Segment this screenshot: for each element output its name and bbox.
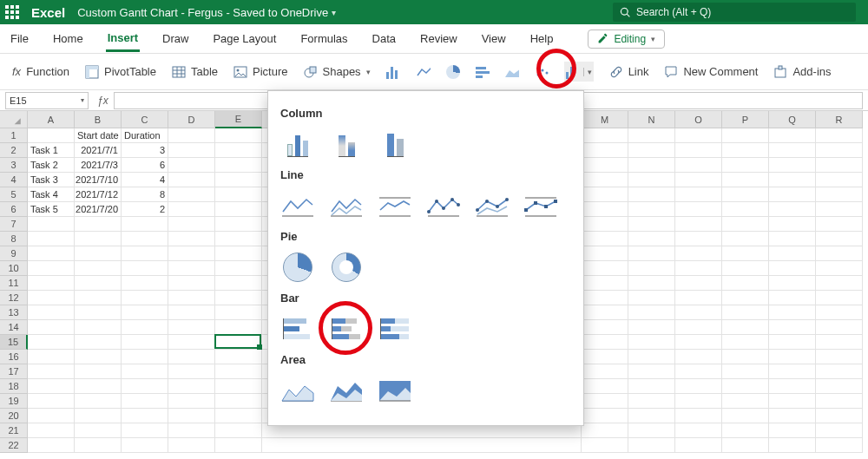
cell-blank[interactable] [582, 261, 628, 276]
cmd-chart-area[interactable] [505, 65, 519, 79]
cell-A15[interactable] [28, 335, 75, 350]
cell-B9[interactable] [75, 246, 122, 261]
cell-C16[interactable] [122, 350, 168, 364]
cell-D6[interactable] [168, 202, 215, 217]
cell-blank[interactable] [816, 291, 863, 305]
cell-C9[interactable] [122, 246, 168, 261]
row-header-15[interactable]: 15 [0, 335, 28, 350]
cell-E4[interactable] [215, 173, 262, 187]
cell-B10[interactable] [75, 261, 122, 276]
cell-blank[interactable] [816, 173, 863, 187]
cell-D20[interactable] [168, 409, 215, 423]
cell-blank[interactable] [769, 158, 816, 173]
cell-E8[interactable] [215, 232, 262, 246]
cell-blank[interactable] [816, 335, 863, 350]
cell-D15[interactable] [168, 335, 215, 350]
cmd-chart-pie[interactable] [446, 65, 460, 79]
cell-blank[interactable] [816, 438, 863, 453]
cell-blank[interactable] [722, 409, 769, 423]
cell-A14[interactable] [28, 320, 75, 335]
cell-blank[interactable] [675, 217, 722, 232]
cell-C13[interactable] [122, 305, 168, 320]
cell-blank[interactable] [582, 128, 628, 143]
cell-B17[interactable] [75, 364, 122, 379]
row-header-11[interactable]: 11 [0, 276, 28, 291]
cell-A3[interactable]: Task 2 [28, 158, 75, 173]
row-header-10[interactable]: 10 [0, 261, 28, 276]
cell-blank[interactable] [722, 350, 769, 364]
cell-blank[interactable] [769, 335, 816, 350]
cell-blank[interactable] [628, 423, 675, 438]
cell-A17[interactable] [28, 364, 75, 379]
cell-blank[interactable] [722, 379, 769, 394]
cell-D14[interactable] [168, 320, 215, 335]
cell-blank[interactable] [582, 232, 628, 246]
chart-stacked-bar[interactable] [329, 313, 364, 344]
cell-blank[interactable] [675, 173, 722, 187]
col-header-M[interactable]: M [582, 111, 628, 128]
cell-B5[interactable]: 2021/7/12 [75, 187, 122, 202]
row-header-22[interactable]: 22 [0, 438, 28, 453]
cell-A9[interactable] [28, 246, 75, 261]
row-header-9[interactable]: 9 [0, 246, 28, 261]
cmd-addins[interactable]: Add-ins [773, 65, 831, 79]
cell-B21[interactable] [75, 423, 122, 438]
search-input[interactable]: Search (Alt + Q) [613, 3, 856, 22]
chart-stacked-area[interactable] [329, 375, 364, 406]
chart-100-stacked-line-markers[interactable] [523, 190, 558, 221]
cell-blank[interactable] [722, 364, 769, 379]
cell-blank[interactable] [675, 261, 722, 276]
cell-blank[interactable] [769, 305, 816, 320]
chart-clustered-column[interactable] [280, 128, 315, 160]
cell-blank[interactable] [582, 423, 628, 438]
tab-page-layout[interactable]: Page Layout [211, 27, 278, 50]
cell-blank[interactable] [769, 202, 816, 217]
chart-area[interactable] [280, 375, 315, 406]
cell-blank[interactable] [582, 350, 628, 364]
cell-blank[interactable] [769, 246, 816, 261]
cell-blank[interactable] [722, 173, 769, 187]
cell-blank[interactable] [628, 232, 675, 246]
cell-blank[interactable] [816, 364, 863, 379]
tab-formulas[interactable]: Formulas [299, 27, 349, 50]
cell-blank[interactable] [769, 394, 816, 409]
cell-blank[interactable] [582, 305, 628, 320]
cell-blank[interactable] [675, 320, 722, 335]
cell-blank[interactable] [675, 379, 722, 394]
cell-E11[interactable] [215, 276, 262, 291]
chart-pie[interactable] [280, 252, 315, 283]
cell-blank[interactable] [722, 128, 769, 143]
cell-blank[interactable] [816, 143, 863, 158]
cell-E22[interactable] [215, 438, 262, 453]
chart-stacked-line[interactable] [329, 190, 364, 221]
cell-blank[interactable] [582, 335, 628, 350]
col-header-R[interactable]: R [816, 111, 863, 128]
col-header-E[interactable]: E [215, 111, 262, 128]
document-title[interactable]: Custom Gantt Chart - Fergus - Saved to O… [77, 6, 336, 19]
cell-blank[interactable] [816, 409, 863, 423]
cell-D17[interactable] [168, 364, 215, 379]
cell-B22[interactable] [75, 438, 122, 453]
cell-E6[interactable] [215, 202, 262, 217]
cmd-chart-bar[interactable] [476, 65, 490, 79]
cell-B20[interactable] [75, 409, 122, 423]
name-box[interactable]: E15 ▾ [5, 92, 89, 109]
app-launcher-icon[interactable] [5, 5, 19, 19]
cell-D18[interactable] [168, 379, 215, 394]
cell-blank[interactable] [675, 350, 722, 364]
cell-D5[interactable] [168, 187, 215, 202]
cell-C10[interactable] [122, 261, 168, 276]
cell-blank[interactable] [675, 187, 722, 202]
cell-blank[interactable] [722, 261, 769, 276]
cell-blank[interactable] [722, 305, 769, 320]
cell-B8[interactable] [75, 232, 122, 246]
cmd-link[interactable]: Link [609, 65, 649, 79]
cell-blank[interactable] [675, 202, 722, 217]
chart-100-stacked-line[interactable] [378, 190, 412, 221]
row-header-21[interactable]: 21 [0, 423, 28, 438]
cell-A21[interactable] [28, 423, 75, 438]
chart-stacked-line-markers[interactable] [475, 190, 510, 221]
cell-D13[interactable] [168, 305, 215, 320]
cell-B1[interactable]: Start date [75, 128, 122, 143]
cell-C5[interactable]: 8 [122, 187, 168, 202]
